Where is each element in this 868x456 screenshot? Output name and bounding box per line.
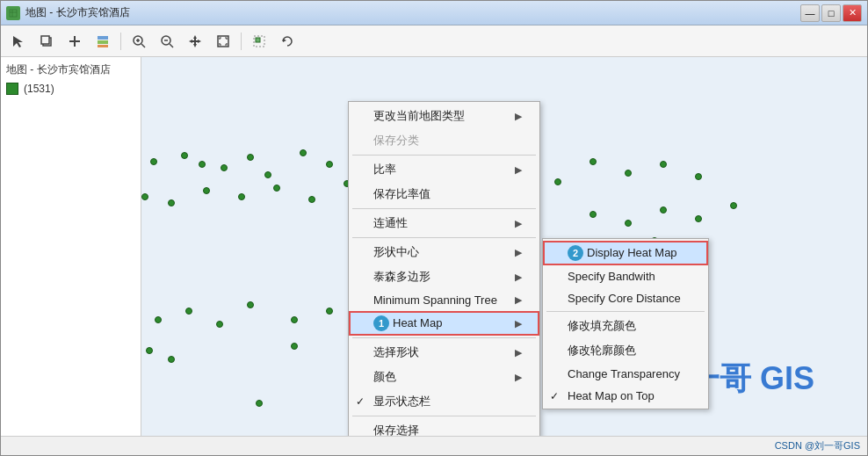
menu-item-heat-map[interactable]: 1Heat Map▶: [349, 311, 539, 336]
menu-item-change-transparency[interactable]: Change Transparency: [543, 363, 708, 385]
menu-item-shape-center[interactable]: 形状中心▶: [349, 240, 539, 264]
submenu-arrow-icon: ▶: [515, 247, 522, 258]
toolbar: [1, 25, 867, 57]
select-tool-button[interactable]: [6, 30, 31, 53]
menu-item-scale[interactable]: 比率▶: [349, 157, 539, 182]
menu-separator: [352, 208, 536, 209]
menu-item-display-heat-map[interactable]: 2Display Heat Map: [543, 241, 708, 265]
submenu-arrow-icon: ▶: [515, 271, 522, 283]
zoom-out-button[interactable]: [155, 30, 179, 53]
svg-line-16: [170, 44, 173, 47]
layer-count: (1531): [24, 83, 54, 95]
map-dot: [146, 347, 153, 354]
menu-item-select-shape[interactable]: 选择形状▶: [349, 340, 539, 365]
menu-separator: [546, 311, 705, 312]
map-dot: [554, 178, 561, 185]
map-dot: [308, 196, 315, 203]
refresh-button[interactable]: [275, 30, 300, 53]
menu-item-label: 修改填充颜色: [568, 318, 636, 334]
maximize-button[interactable]: □: [821, 4, 841, 22]
submenu-arrow-icon: ▶: [515, 294, 522, 306]
fullextent-button[interactable]: [211, 30, 235, 53]
window-title: 地图 - 长沙市宾馆酒店: [25, 5, 800, 20]
menu-item-label: 2Display Heat Map: [568, 245, 677, 261]
menu-item-mst[interactable]: Minimum Spanning Tree▶: [349, 289, 539, 311]
svg-rect-8: [98, 36, 108, 40]
menu-item-label: Specify Bandwith: [568, 270, 655, 283]
close-button[interactable]: ✕: [843, 4, 862, 22]
svg-rect-5: [41, 36, 49, 44]
layer-tool-button[interactable]: [90, 30, 115, 53]
map-dot: [141, 193, 148, 200]
menu-item-label: Specify Core Distance: [568, 292, 681, 305]
main-window: 地图 - 长沙市宾馆酒店 — □ ✕: [0, 0, 868, 456]
menu-item-connectivity[interactable]: 连通性▶: [349, 211, 539, 235]
layer-title: 地图 - 长沙市宾馆酒店: [6, 62, 135, 77]
menu-item-label: 连通性: [373, 215, 408, 231]
menu-separator: [352, 237, 536, 238]
menu-item-specify-core-distance[interactable]: Specify Core Distance: [543, 287, 708, 309]
map-dot: [247, 154, 254, 161]
left-panel: 地图 - 长沙市宾馆酒店 (1531): [1, 57, 141, 436]
add-tool-button[interactable]: [62, 30, 87, 53]
menu-item-label: 显示状态栏: [373, 394, 430, 409]
pan-button[interactable]: [183, 30, 207, 53]
menu-item-save-selection[interactable]: 保存选择: [349, 418, 539, 436]
toolbar-separator-2: [241, 33, 242, 50]
toolbar-separator-1: [120, 33, 121, 50]
menu-item-heat-map-on-top[interactable]: ✓Heat Map on Top: [543, 385, 708, 407]
submenu-arrow-icon: ▶: [515, 111, 522, 122]
menu-item-color[interactable]: 颜色▶: [349, 365, 539, 389]
menu-item-change-map-type[interactable]: 更改当前地图类型▶: [349, 104, 539, 128]
submenu-arrow-icon: ▶: [515, 218, 522, 229]
menu-item-delaunay[interactable]: 泰森多边形▶: [349, 264, 539, 289]
menu-separator: [352, 337, 536, 338]
window-controls: — □ ✕: [800, 4, 862, 22]
menu-separator: [352, 416, 536, 416]
map-dot: [264, 171, 271, 178]
status-bar: CSDN @刘一哥GIS: [1, 436, 867, 455]
app-icon: [6, 6, 20, 20]
menu-item-modify-outline-color[interactable]: 修改轮廓颜色: [543, 338, 708, 363]
menu-item-label: 形状中心: [373, 244, 419, 260]
map-dot: [300, 149, 307, 156]
badge-1: 1: [373, 315, 389, 331]
copy-tool-button[interactable]: [34, 30, 59, 53]
map-dot: [625, 170, 632, 177]
badge-2: 2: [568, 245, 583, 261]
svg-rect-9: [98, 40, 108, 44]
submenu-arrow-icon: ▶: [515, 347, 522, 358]
map-dot: [273, 185, 280, 192]
map-canvas[interactable]: @ 刘一哥 GIS 更改当前地图类型▶保存分类比率▶保存比率值连通性▶形状中心▶…: [141, 57, 867, 436]
menu-item-label: 更改当前地图类型: [373, 108, 465, 124]
select2-button[interactable]: [247, 30, 271, 53]
layer-item[interactable]: (1531): [6, 83, 135, 95]
zoom-in-button[interactable]: [127, 30, 151, 53]
map-dot: [238, 193, 245, 200]
menu-item-label: 颜色: [373, 369, 396, 385]
svg-line-12: [141, 44, 145, 47]
menu-item-save-category[interactable]: 保存分类: [349, 128, 539, 153]
map-dot: [181, 152, 188, 159]
svg-rect-21: [256, 38, 260, 42]
menu-item-label: 修改轮廓颜色: [568, 343, 636, 358]
svg-rect-0: [10, 10, 17, 17]
menu-item-label: 比率: [373, 162, 396, 177]
menu-item-save-scale[interactable]: 保存比率值: [349, 182, 539, 206]
menu-item-show-statusbar[interactable]: ✓显示状态栏: [349, 389, 539, 414]
menu-item-modify-fill-color[interactable]: 修改填充颜色: [543, 314, 708, 338]
context-menu-secondary: 2Display Heat MapSpecify BandwithSpecify…: [542, 238, 709, 409]
map-dot: [203, 187, 210, 194]
map-dot: [221, 164, 228, 171]
map-dot: [590, 158, 597, 165]
map-dot: [247, 301, 254, 308]
menu-item-label: 保存分类: [373, 133, 419, 148]
menu-item-label: 保存选择: [373, 423, 419, 436]
svg-marker-18: [189, 35, 201, 47]
map-dot: [326, 161, 333, 168]
menu-item-specify-bandwidth[interactable]: Specify Bandwith: [543, 265, 708, 287]
menu-item-label: 保存比率值: [373, 186, 430, 202]
menu-item-label: 泰森多边形: [373, 269, 430, 285]
minimize-button[interactable]: —: [800, 4, 820, 22]
menu-item-label: Minimum Spanning Tree: [373, 293, 497, 307]
